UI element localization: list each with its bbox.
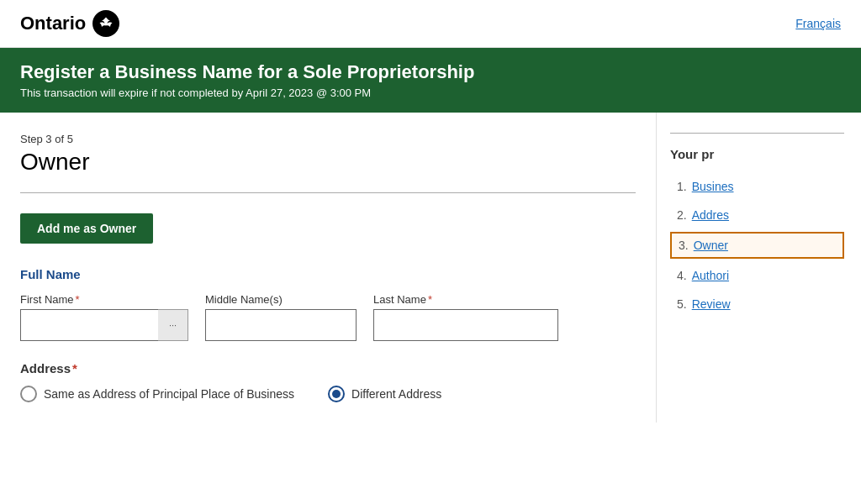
middle-name-group: Middle Name(s) bbox=[205, 293, 357, 341]
banner-title: Register a Business Name for a Sole Prop… bbox=[20, 61, 841, 83]
ontario-trillium-icon bbox=[92, 10, 119, 37]
first-name-lookup-button[interactable]: ··· bbox=[158, 309, 188, 341]
sidebar-steps-list: 1. Busines 2. Addres 3. Owner 4. Authori… bbox=[670, 175, 844, 316]
banner-subtitle: This transaction will expire if not comp… bbox=[20, 87, 841, 99]
last-name-group: Last Name* bbox=[373, 293, 558, 341]
different-address-radio[interactable] bbox=[328, 386, 345, 402]
full-name-section: Full Name First Name* ··· Middle Name(s) bbox=[20, 267, 636, 341]
first-name-label: First Name* bbox=[20, 293, 188, 306]
sidebar-divider bbox=[670, 133, 844, 134]
section-divider bbox=[20, 192, 636, 193]
last-name-label: Last Name* bbox=[373, 293, 558, 306]
first-name-group: First Name* ··· bbox=[20, 293, 188, 341]
sidebar-item-review[interactable]: 5. Review bbox=[670, 292, 844, 316]
middle-name-input-wrapper bbox=[205, 309, 357, 341]
sidebar-item-address[interactable]: 2. Addres bbox=[670, 203, 844, 227]
address-radio-group: Same as Address of Principal Place of Bu… bbox=[20, 386, 636, 402]
full-name-title: Full Name bbox=[20, 267, 636, 281]
last-name-input-wrapper bbox=[373, 309, 558, 341]
name-fields-row: First Name* ··· Middle Name(s) bbox=[20, 293, 636, 341]
sidebar-step-number-5: 5. bbox=[677, 297, 687, 311]
address-section: Address* Same as Address of Principal Pl… bbox=[20, 361, 636, 402]
first-name-input-wrapper: ··· bbox=[20, 309, 188, 341]
same-address-label: Same as Address of Principal Place of Bu… bbox=[44, 387, 294, 401]
same-address-option[interactable]: Same as Address of Principal Place of Bu… bbox=[20, 386, 294, 402]
different-address-option[interactable]: Different Address bbox=[328, 386, 441, 402]
last-name-input[interactable] bbox=[373, 309, 558, 341]
page-title: Owner bbox=[20, 149, 636, 176]
sidebar-step-link-4[interactable]: Authori bbox=[692, 269, 729, 282]
sidebar-item-business[interactable]: 1. Busines bbox=[670, 175, 844, 198]
step-label: Step 3 of 5 bbox=[20, 133, 636, 145]
sidebar-step-number-1: 1. bbox=[677, 180, 687, 193]
sidebar-step-link-2[interactable]: Addres bbox=[692, 208, 729, 222]
sidebar-step-link-1[interactable]: Busines bbox=[692, 180, 734, 193]
address-title: Address* bbox=[20, 361, 636, 375]
logo-text: Ontario bbox=[20, 13, 86, 34]
page-banner: Register a Business Name for a Sole Prop… bbox=[0, 48, 861, 113]
main-content: Step 3 of 5 Owner Add me as Owner Full N… bbox=[0, 113, 656, 423]
sidebar-item-owner[interactable]: 3. Owner bbox=[670, 232, 844, 259]
middle-name-label: Middle Name(s) bbox=[205, 293, 357, 306]
add-owner-button[interactable]: Add me as Owner bbox=[20, 213, 153, 244]
same-address-radio[interactable] bbox=[20, 386, 37, 402]
sidebar-item-authorization[interactable]: 4. Authori bbox=[670, 264, 844, 287]
sidebar-step-link-3[interactable]: Owner bbox=[694, 239, 728, 252]
sidebar-step-number-2: 2. bbox=[677, 208, 687, 222]
middle-name-input[interactable] bbox=[205, 309, 357, 341]
sidebar-step-link-5[interactable]: Review bbox=[692, 297, 731, 311]
sidebar: Your pr 1. Busines 2. Addres 3. Owner 4.… bbox=[656, 113, 858, 423]
sidebar-title: Your pr bbox=[670, 147, 844, 161]
language-toggle[interactable]: Français bbox=[795, 17, 841, 30]
header: Ontario Français bbox=[0, 0, 861, 48]
sidebar-step-number-3: 3. bbox=[679, 239, 689, 252]
different-address-label: Different Address bbox=[351, 387, 441, 401]
ontario-logo: Ontario bbox=[20, 10, 119, 37]
sidebar-step-number-4: 4. bbox=[677, 269, 687, 282]
content-wrapper: Step 3 of 5 Owner Add me as Owner Full N… bbox=[0, 113, 861, 423]
